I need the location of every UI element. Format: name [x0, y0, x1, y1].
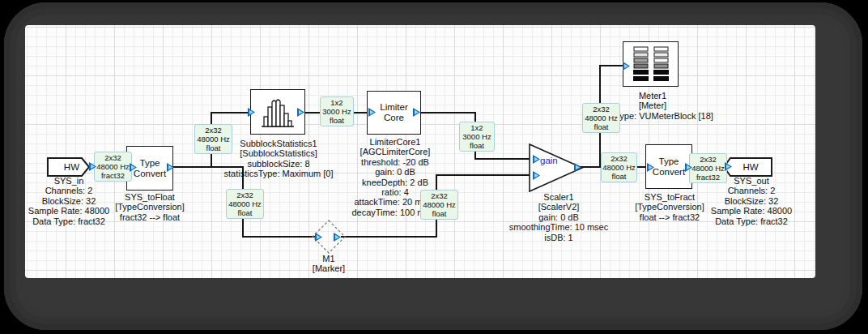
designer-canvas[interactable]: HW SYS_in Channels: 2 BlockSize: 32 Samp…	[25, 25, 815, 278]
caption-marker: M1 [Marker]	[256, 254, 402, 274]
wire-segment[interactable]	[341, 236, 437, 238]
wire-label-in-fract[interactable]: 2x32 48000 Hz fract32	[94, 152, 132, 182]
gain-pin-label: gain	[540, 156, 558, 165]
wire-label-to-marker[interactable]: 2x32 48000 Hz float	[226, 189, 264, 219]
wire-label-marker-out[interactable]: 2x32 48000 Hz float	[420, 190, 458, 220]
caption-sys-out: SYS_out Channels: 2 BlockSize: 32 Sample…	[679, 176, 815, 226]
caption-sys-to-float: SYS_toFloat [TypeConversion] fract32 -->…	[77, 192, 223, 222]
histogram-icon	[258, 94, 297, 130]
wire-label-out-fract[interactable]: 2x32 48000 Hz fract32	[689, 153, 727, 183]
vu-meter-icon	[628, 45, 674, 84]
block-meter[interactable]	[623, 41, 679, 87]
wire-label-to-stats[interactable]: 2x32 48000 Hz float	[194, 124, 232, 154]
wire-segment[interactable]	[242, 236, 316, 238]
wire-segment[interactable]	[419, 112, 476, 113]
wire-label-stats-out[interactable]: 1x2 3000 Hz float	[320, 96, 354, 126]
screenshot-stage: HW SYS_in Channels: 2 BlockSize: 32 Samp…	[0, 0, 868, 334]
hw-label: HW	[64, 162, 79, 172]
hw-label: HW	[742, 162, 758, 172]
wire-label-to-meter[interactable]: 2x32 48000 Hz float	[582, 103, 620, 133]
wire-segment[interactable]	[211, 112, 250, 113]
block-subblock-statistics[interactable]	[250, 89, 305, 135]
block-sys-in[interactable]: HW	[47, 157, 91, 177]
wire-label-limiter-out[interactable]: 1x2 3000 Hz float	[459, 122, 495, 152]
wire-label-scaler-out[interactable]: 2x32 48000 Hz float	[601, 152, 637, 182]
wire-segment[interactable]	[474, 158, 534, 160]
